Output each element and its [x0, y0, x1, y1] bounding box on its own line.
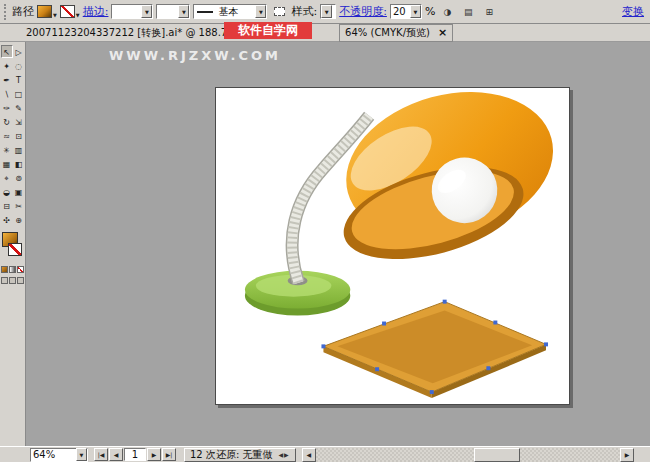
- close-icon[interactable]: ×: [438, 28, 447, 38]
- direct-selection-tool[interactable]: ▷: [13, 45, 25, 58]
- rotate-tool[interactable]: ↻: [1, 115, 13, 128]
- document-grid-icon[interactable]: ⊞: [480, 4, 498, 20]
- hand-tool[interactable]: ✣: [1, 213, 13, 226]
- warp-tool[interactable]: ≈: [1, 129, 13, 142]
- normal-screen-button[interactable]: [1, 277, 8, 284]
- width-profile-combo[interactable]: ▼: [156, 4, 190, 19]
- gradient-mode-button[interactable]: [9, 266, 16, 273]
- zoom-combo[interactable]: 64% ▼: [30, 448, 88, 462]
- magic-wand-tool[interactable]: ✦: [1, 59, 13, 72]
- free-transform-tool[interactable]: ⊡: [13, 129, 25, 142]
- opacity-combo[interactable]: 20 ▼: [390, 4, 422, 19]
- selected-board-object[interactable]: [321, 300, 548, 398]
- document-tab-label: 64% (CMYK/预览): [345, 26, 430, 40]
- status-arrows-icon[interactable]: ◀▶: [278, 451, 289, 458]
- stroke-none-icon: [60, 5, 75, 18]
- scale-tool[interactable]: ⇲: [13, 115, 25, 128]
- document-bar: 20071123204337212 [转换].ai* @ 188.74% 64%…: [0, 24, 650, 42]
- mesh-tool[interactable]: ▦: [1, 157, 13, 170]
- type-tool[interactable]: T: [13, 73, 25, 86]
- scroll-left-icon[interactable]: ◀: [302, 448, 316, 462]
- style-combo[interactable]: ▼: [320, 4, 336, 19]
- none-mode-button[interactable]: [17, 266, 24, 273]
- pencil-tool[interactable]: ✎: [13, 101, 25, 114]
- tools-panel: ↖▷✦◌✒T∖□✑✎↻⇲≈⊡✳▥▦◧⌖⊚◒▣⊟✂✣⊕: [0, 42, 26, 446]
- color-mode-button[interactable]: [1, 266, 8, 273]
- paintbrush-tool[interactable]: ✑: [1, 101, 13, 114]
- stroke-weight-combo[interactable]: ▼: [111, 4, 153, 19]
- live-paint-selection-tool[interactable]: ▣: [13, 185, 25, 198]
- live-paint-bucket-tool[interactable]: ◒: [1, 185, 13, 198]
- stroke-label[interactable]: 描边:: [83, 4, 109, 19]
- eyedropper-tool[interactable]: ⌖: [1, 171, 13, 184]
- recolor-artwork-icon[interactable]: ◑: [438, 4, 456, 20]
- opacity-label[interactable]: 不透明度:: [339, 4, 387, 19]
- toolbar-swatches: [1, 232, 25, 262]
- document-title: 20071123204337212 [转换].ai* @ 188.74%: [26, 26, 243, 40]
- slice-tool[interactable]: ⊟: [1, 199, 13, 212]
- zoom-value: 64%: [31, 449, 76, 460]
- dashed-box-icon: [274, 7, 285, 16]
- toolbar-screen-modes: [0, 277, 25, 284]
- illustrator-window: 路径 ▼ ▼ 描边: ▼ ▼ 基本 ▼ 样式: ▼ 不透明度: 20: [0, 0, 650, 462]
- opacity-value: 20: [391, 6, 410, 17]
- control-bar-grip[interactable]: [4, 4, 7, 20]
- canvas-area[interactable]: WWW.RJZXW.COM: [26, 42, 650, 446]
- prev-page-button[interactable]: ◀: [109, 448, 123, 461]
- status-bar: 64% ▼ |◀ ◀ 1 ▶ ▶| 12 次还原: 无重做 ◀▶ ◀ ▶: [0, 446, 650, 462]
- zoom-tool[interactable]: ⊕: [13, 213, 25, 226]
- horizontal-scrollbar[interactable]: ◀ ▶: [302, 448, 634, 462]
- chevron-down-icon[interactable]: ▼: [76, 448, 87, 461]
- last-page-button[interactable]: ▶|: [162, 448, 176, 461]
- graph-tool[interactable]: ▥: [13, 143, 25, 156]
- chevron-down-icon[interactable]: ▼: [178, 5, 189, 18]
- chevron-down-icon: ▼: [76, 12, 80, 18]
- scrollbar-thumb[interactable]: [474, 448, 520, 462]
- symbol-sprayer-tool[interactable]: ✳: [1, 143, 13, 156]
- undo-status-text: 12 次还原: 无重做: [190, 448, 272, 462]
- full-screen-button[interactable]: [17, 277, 24, 284]
- line-tool[interactable]: ∖: [1, 87, 13, 100]
- first-page-button[interactable]: |◀: [94, 448, 108, 461]
- toolbar-color-modes: [0, 266, 25, 273]
- transform-link[interactable]: 变换: [622, 4, 644, 19]
- pen-tool[interactable]: ✒: [1, 73, 13, 86]
- fill-color-icon: [37, 5, 52, 18]
- stroke-color-swatch[interactable]: ▼: [60, 5, 80, 18]
- lamp-shade[interactable]: [315, 88, 569, 276]
- scissors-tool[interactable]: ✂: [13, 199, 25, 212]
- document-tab[interactable]: 64% (CMYK/预览) ×: [339, 24, 453, 42]
- stroke-preview-icon: [197, 11, 213, 13]
- resize-grip: [636, 448, 650, 462]
- lamp-artwork: [216, 88, 569, 404]
- chevron-down-icon[interactable]: ▼: [255, 5, 266, 18]
- toolbar-stroke-swatch[interactable]: [8, 243, 22, 256]
- selection-tool[interactable]: ↖: [1, 45, 13, 58]
- artboard[interactable]: [215, 87, 570, 405]
- status-display[interactable]: 12 次还原: 无重做 ◀▶: [184, 448, 296, 462]
- align-panel-icon[interactable]: ▤: [459, 4, 477, 20]
- percent-label: %: [425, 5, 435, 18]
- full-screen-menu-button[interactable]: [9, 277, 16, 284]
- scrollbar-track[interactable]: [316, 448, 620, 462]
- blend-tool[interactable]: ⊚: [13, 171, 25, 184]
- chevron-down-icon[interactable]: ▼: [410, 5, 421, 18]
- page-navigation: |◀ ◀ 1 ▶ ▶|: [94, 448, 176, 461]
- chevron-down-icon: ▼: [53, 12, 57, 18]
- path-label: 路径: [12, 4, 34, 19]
- scroll-right-icon[interactable]: ▶: [620, 448, 634, 462]
- chevron-down-icon[interactable]: ▼: [321, 5, 332, 18]
- fill-color-swatch[interactable]: ▼: [37, 5, 57, 18]
- brush-definition-value: 基本: [216, 5, 255, 19]
- chevron-down-icon[interactable]: ▼: [141, 5, 152, 18]
- lasso-tool[interactable]: ◌: [13, 59, 25, 72]
- page-field[interactable]: 1: [124, 448, 146, 461]
- rectangle-tool[interactable]: □: [13, 87, 25, 100]
- main-area: ↖▷✦◌✒T∖□✑✎↻⇲≈⊡✳▥▦◧⌖⊚◒▣⊟✂✣⊕ WWW.RJZXW.COM: [0, 42, 650, 446]
- next-page-button[interactable]: ▶: [147, 448, 161, 461]
- brush-definition-combo[interactable]: 基本 ▼: [193, 4, 267, 19]
- style-preview-icon[interactable]: [270, 4, 288, 20]
- watermark-url: WWW.RJZXW.COM: [30, 48, 360, 63]
- control-bar: 路径 ▼ ▼ 描边: ▼ ▼ 基本 ▼ 样式: ▼ 不透明度: 20: [0, 0, 650, 24]
- gradient-tool[interactable]: ◧: [13, 157, 25, 170]
